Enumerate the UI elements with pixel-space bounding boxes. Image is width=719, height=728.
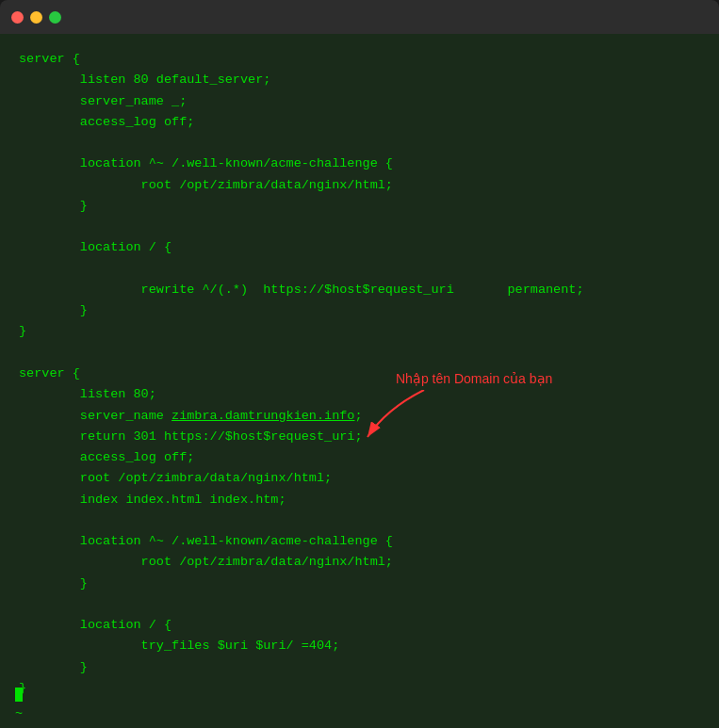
annotation-arrow xyxy=(358,390,433,442)
traffic-lights xyxy=(11,11,61,24)
maximize-button[interactable] xyxy=(49,11,61,24)
tilde-line: ~ xyxy=(15,706,23,720)
minimize-button[interactable] xyxy=(30,11,42,24)
code-block: server { listen 80 default_server; serve… xyxy=(19,49,704,699)
terminal-body: server { listen 80 default_server; serve… xyxy=(0,34,719,728)
close-button[interactable] xyxy=(11,11,24,24)
cursor-block xyxy=(15,688,23,702)
cursor-line xyxy=(15,688,23,702)
domain-highlight: zimbra.damtrungkien.info xyxy=(172,409,354,423)
title-bar xyxy=(0,0,719,34)
annotation-text: Nhập tên Domain của bạn xyxy=(396,371,552,386)
